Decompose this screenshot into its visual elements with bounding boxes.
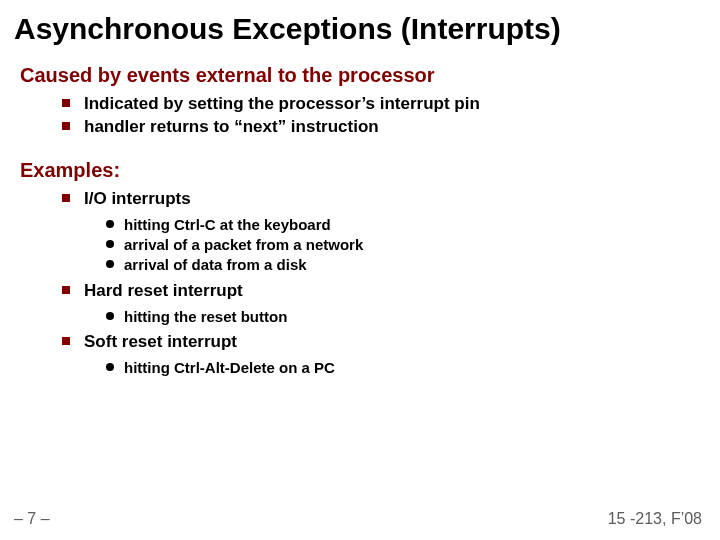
sub-bullet-text: arrival of data from a disk xyxy=(124,256,307,273)
bullet-text: Indicated by setting the processor’s int… xyxy=(84,94,480,113)
circle-bullet-icon xyxy=(106,363,114,371)
bullet-text: Soft reset interrupt xyxy=(84,332,237,351)
sub-bullet-text: hitting Ctrl-Alt-Delete on a PC xyxy=(124,359,335,376)
slide-title: Asynchronous Exceptions (Interrupts) xyxy=(14,12,706,46)
circle-bullet-icon xyxy=(106,312,114,320)
bullet-item: handler returns to “next” instruction xyxy=(84,116,706,139)
section-heading-1: Caused by events external to the process… xyxy=(20,64,706,87)
square-bullet-icon xyxy=(62,286,70,294)
sub-bullet-text: arrival of a packet from a network xyxy=(124,236,363,253)
slide: Asynchronous Exceptions (Interrupts) Cau… xyxy=(0,0,720,540)
sub-bullet-item: hitting Ctrl-C at the keyboard xyxy=(124,215,706,235)
square-bullet-icon xyxy=(62,194,70,202)
sub-bullet-text: hitting the reset button xyxy=(124,308,287,325)
square-bullet-icon xyxy=(62,122,70,130)
section-heading-2: Examples: xyxy=(20,159,706,182)
course-tag: 15 -213, F’08 xyxy=(608,510,702,528)
sub-bullet-item: arrival of a packet from a network xyxy=(124,235,706,255)
sub-bullet-item: arrival of data from a disk xyxy=(124,255,706,275)
square-bullet-icon xyxy=(62,99,70,107)
bullet-item: I/O interrupts xyxy=(84,188,706,211)
bullet-item: Soft reset interrupt xyxy=(84,331,706,354)
sub-bullet-text: hitting Ctrl-C at the keyboard xyxy=(124,216,331,233)
sub-bullet-item: hitting Ctrl-Alt-Delete on a PC xyxy=(124,358,706,378)
bullet-text: handler returns to “next” instruction xyxy=(84,117,379,136)
bullet-item: Hard reset interrupt xyxy=(84,280,706,303)
circle-bullet-icon xyxy=(106,260,114,268)
circle-bullet-icon xyxy=(106,240,114,248)
sub-bullet-item: hitting the reset button xyxy=(124,307,706,327)
bullet-item: Indicated by setting the processor’s int… xyxy=(84,93,706,116)
circle-bullet-icon xyxy=(106,220,114,228)
page-number: – 7 – xyxy=(14,510,50,528)
bullet-text: Hard reset interrupt xyxy=(84,281,243,300)
square-bullet-icon xyxy=(62,337,70,345)
bullet-text: I/O interrupts xyxy=(84,189,191,208)
